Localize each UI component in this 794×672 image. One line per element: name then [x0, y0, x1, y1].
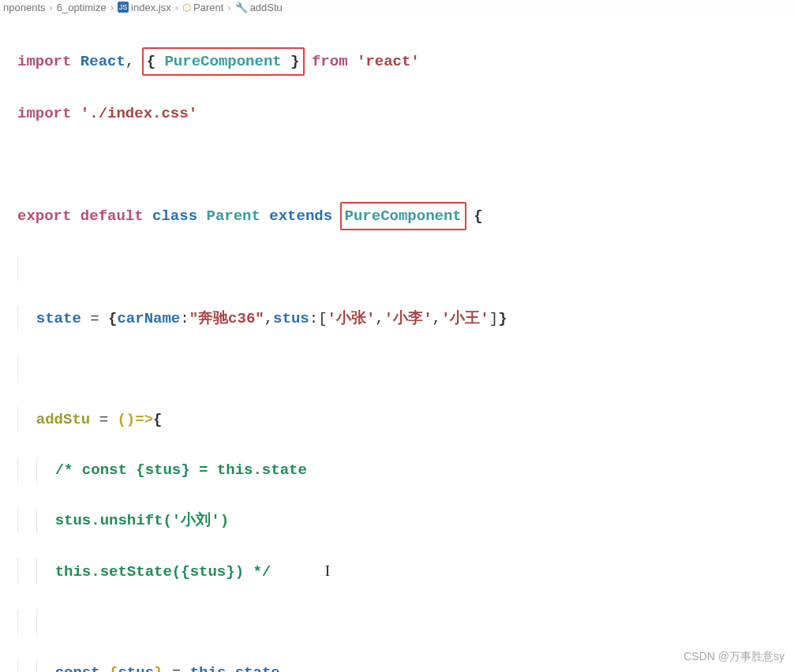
code-line — [17, 357, 794, 382]
code-line: import React, { PureComponent } from 're… — [17, 47, 794, 76]
breadcrumb-file[interactable]: index.jsx — [131, 2, 171, 13]
code-line: /* const {stus} = this.state — [17, 457, 794, 483]
breadcrumb-method[interactable]: addStu — [250, 2, 283, 13]
code-line: addStu = ()=>{ — [17, 407, 794, 432]
breadcrumb-separator: › — [48, 2, 54, 13]
code-line: stus.unshift('小刘') — [17, 508, 794, 533]
breadcrumb[interactable]: nponents › 6_optimize › JS index.jsx › ⬡… — [0, 0, 794, 16]
breadcrumb-separator: › — [226, 2, 232, 13]
code-line: export default class Parent extends Pure… — [17, 202, 794, 230]
highlight-box-extends: PureComponent — [340, 202, 466, 230]
breadcrumb-folder[interactable]: 6_optimize — [57, 2, 107, 13]
method-icon: 🔧 — [235, 2, 248, 13]
code-line: const {stus} = this.state — [17, 660, 794, 672]
code-line — [17, 151, 794, 177]
code-line: state = {carName:"奔驰c36",stus:['小张','小李'… — [17, 306, 794, 331]
code-editor[interactable]: import React, { PureComponent } from 're… — [0, 16, 794, 672]
breadcrumb-class[interactable]: Parent — [193, 2, 223, 13]
class-icon: ⬡ — [182, 2, 191, 13]
code-line — [17, 610, 794, 635]
breadcrumb-separator: › — [174, 2, 180, 13]
breadcrumb-separator: › — [109, 2, 115, 13]
code-line: import './index.css' — [17, 101, 794, 126]
watermark: CSDN @万事胜意sy — [684, 650, 785, 664]
code-line: this.setState({stus}) */ I — [17, 558, 794, 584]
breadcrumb-folder[interactable]: nponents — [3, 2, 46, 13]
jsx-file-icon: JS — [118, 2, 129, 13]
code-line — [17, 256, 794, 281]
highlight-box-import: { PureComponent } — [142, 47, 305, 76]
text-cursor-icon: I — [325, 562, 330, 579]
